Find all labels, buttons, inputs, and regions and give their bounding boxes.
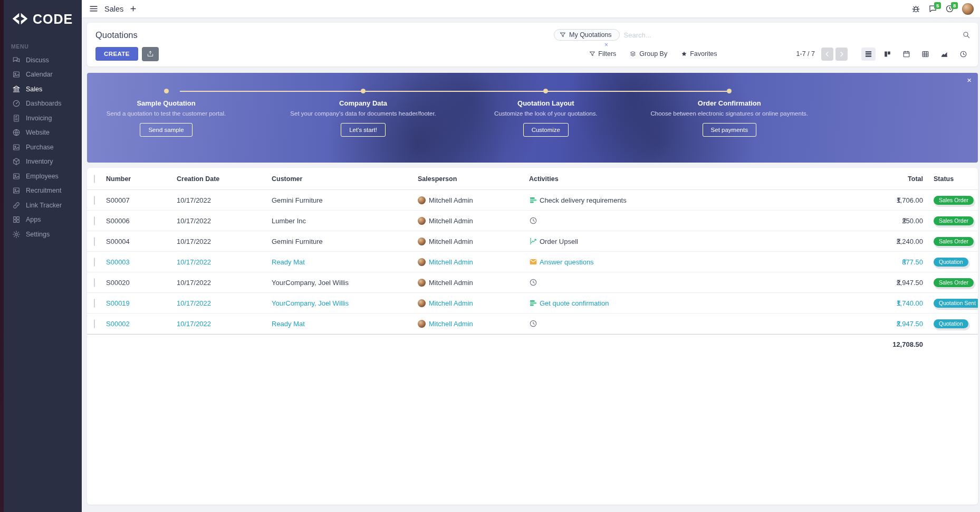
cell-activity[interactable]: Check delivery requirements (529, 196, 767, 204)
create-button[interactable]: CREATE (95, 47, 138, 61)
step-action-button[interactable]: Customize (523, 123, 569, 137)
step-action-button[interactable]: Set payments (703, 123, 756, 137)
step-action-button[interactable]: Send sample (140, 123, 192, 137)
cell-activity[interactable] (529, 216, 767, 225)
search-icon[interactable] (962, 31, 971, 39)
pager-next-button[interactable] (835, 48, 848, 61)
filters-button[interactable]: Filters (589, 50, 616, 58)
cell-activity[interactable]: Get quote confirmation (529, 299, 767, 307)
column-header-date[interactable]: Creation Date (177, 175, 272, 183)
clock-icon (529, 319, 537, 328)
table-row-s00003[interactable]: S00003 10/17/2022 Ready Mat Mitchell Adm… (87, 252, 978, 272)
sidebar-item-dashboards[interactable]: Dashboards (4, 97, 82, 111)
star-icon (681, 51, 687, 57)
salesperson-avatar (418, 196, 426, 204)
pager-prev-button[interactable] (821, 48, 833, 61)
cell-salesperson[interactable]: Mitchell Admin (418, 258, 529, 266)
invoicing-icon (12, 114, 21, 122)
table-row-s00002[interactable]: S00002 10/17/2022 Ready Mat Mitchell Adm… (87, 314, 978, 334)
cell-activity[interactable]: Order Upsell (529, 237, 767, 245)
page-title: Quotations (95, 30, 138, 40)
cell-salesperson[interactable]: Mitchell Admin (418, 217, 529, 225)
sidebar-item-link-tracker[interactable]: Link Tracker (4, 198, 82, 213)
table-row-s00020[interactable]: S00020 10/17/2022 YourCompany, Joel Will… (87, 272, 978, 293)
graph-view-button[interactable] (937, 48, 952, 61)
sidebar-item-discuss[interactable]: Discuss (4, 53, 82, 68)
row-checkbox[interactable] (94, 216, 95, 225)
app-thumb-icon (12, 70, 21, 79)
cell-salesperson[interactable]: Mitchell Admin (418, 320, 529, 328)
kanban-view-button[interactable] (880, 48, 895, 61)
activity-view-button[interactable] (956, 48, 971, 61)
step-dot (727, 89, 732, 93)
cell-activity[interactable] (529, 278, 767, 287)
row-checkbox[interactable] (94, 299, 95, 308)
row-checkbox[interactable] (94, 196, 95, 205)
row-checkbox[interactable] (94, 319, 95, 328)
activities-button[interactable]: 8 (945, 4, 954, 13)
app-thumb-icon (12, 143, 21, 151)
sidebar-item-sales[interactable]: Sales (4, 82, 82, 97)
cell-salesperson[interactable]: Mitchell Admin (418, 299, 529, 307)
app-logo[interactable]: CODE (4, 0, 82, 30)
row-checkbox[interactable] (94, 278, 95, 287)
debug-bug-icon[interactable] (911, 4, 920, 13)
clock-icon (529, 278, 537, 287)
row-checkbox[interactable] (94, 237, 95, 246)
row-checkbox[interactable] (94, 258, 95, 267)
sidebar: CODE MENU Discuss Calendar Sales Dashboa… (4, 0, 82, 512)
table-header-row: Number Creation Date Customer Salesperso… (87, 168, 978, 190)
step-action-button[interactable]: Let's start! (341, 123, 386, 137)
topbar: Sales 5 8 (82, 0, 980, 17)
sidebar-item-purchase[interactable]: Purchase (4, 140, 82, 155)
messages-button[interactable]: 5 (928, 4, 937, 13)
table-row-s00019[interactable]: S00019 10/17/2022 YourCompany, Joel Will… (87, 293, 978, 314)
table-row-s00007[interactable]: S00007 10/17/2022 Gemini Furniture Mitch… (87, 190, 978, 211)
sidebar-item-invoicing[interactable]: Invoicing (4, 111, 82, 126)
logo-icon (11, 12, 29, 26)
sidebar-item-apps[interactable]: Apps (4, 213, 82, 227)
favorites-button[interactable]: Favorites (681, 50, 717, 58)
list-check-icon (529, 299, 537, 307)
list-view-button[interactable] (861, 48, 876, 61)
sidebar-item-recruitment[interactable]: Recruitment (4, 184, 82, 198)
column-header-customer[interactable]: Customer (272, 175, 418, 183)
select-all-checkbox[interactable] (94, 175, 95, 183)
banner-close-icon[interactable]: × (967, 76, 972, 84)
column-header-salesperson[interactable]: Salesperson (418, 175, 529, 183)
user-avatar[interactable] (962, 3, 974, 15)
list-view-icon (864, 50, 872, 58)
cell-salesperson[interactable]: Mitchell Admin (418, 238, 529, 245)
search-input[interactable] (624, 31, 958, 39)
cell-activity[interactable]: Answer questions (529, 258, 767, 266)
sidebar-item-calendar[interactable]: Calendar (4, 68, 82, 82)
sidebar-item-inventory[interactable]: Inventory (4, 155, 82, 169)
column-header-status[interactable]: Status (923, 175, 978, 183)
sidebar-item-settings[interactable]: Settings (4, 227, 82, 242)
sidebar-item-website[interactable]: Website (4, 126, 82, 140)
facet-remove-icon[interactable]: × (604, 42, 608, 48)
table-row-s00004[interactable]: S00004 10/17/2022 Gemini Furniture Mitch… (87, 231, 978, 252)
table-footer-row: 12,708.50 (87, 334, 978, 354)
group-by-button[interactable]: Group By (630, 50, 667, 58)
current-app-name[interactable]: Sales (104, 5, 123, 13)
add-tab-icon[interactable] (130, 5, 137, 12)
calendar-view-button[interactable] (899, 48, 914, 61)
cell-activity[interactable] (529, 319, 767, 328)
export-button[interactable] (142, 47, 159, 61)
cell-salesperson[interactable]: Mitchell Admin (418, 196, 529, 204)
cell-creation-date: 10/17/2022 (177, 258, 272, 266)
search-facet-chip[interactable]: My Quotations (554, 29, 620, 41)
pager: 1-7 / 7 (796, 48, 848, 61)
table-row-s00006[interactable]: S00006 10/17/2022 Lumber Inc Mitchell Ad… (87, 211, 978, 231)
status-badge: Sales Order (934, 237, 974, 246)
cell-customer: Gemini Furniture (272, 196, 418, 204)
column-header-number[interactable]: Number (106, 175, 177, 183)
sidebar-item-employees[interactable]: Employees (4, 169, 82, 184)
column-header-total[interactable]: Total (767, 175, 923, 183)
pivot-view-button[interactable] (918, 48, 933, 61)
cell-creation-date: 10/17/2022 (177, 217, 272, 225)
column-header-activities[interactable]: Activities (529, 175, 767, 183)
hamburger-menu-icon[interactable] (89, 4, 98, 13)
cell-salesperson[interactable]: Mitchell Admin (418, 279, 529, 287)
